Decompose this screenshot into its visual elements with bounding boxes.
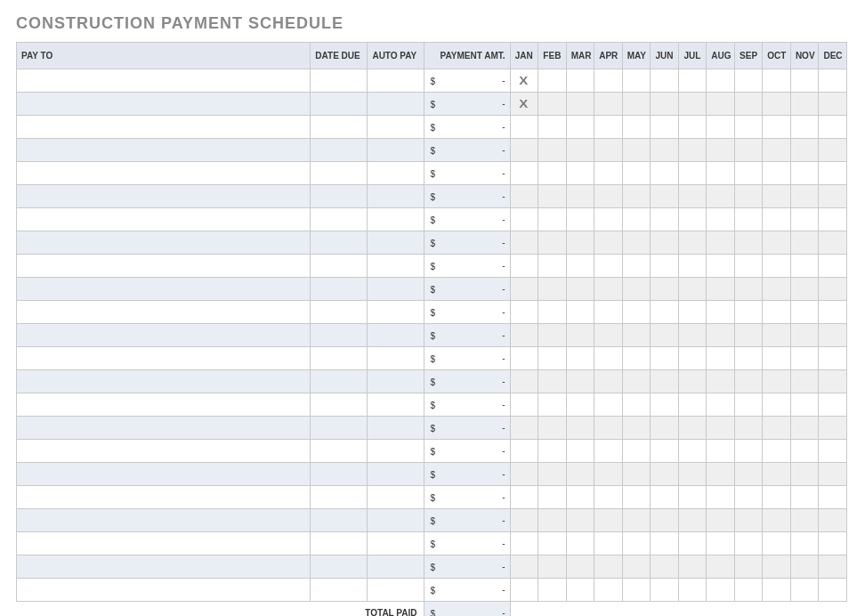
cell-month-jan[interactable]	[510, 139, 538, 162]
cell-month-oct[interactable]	[763, 208, 791, 231]
cell-date-due[interactable]	[311, 116, 368, 139]
cell-pay-to[interactable]	[17, 509, 311, 532]
cell-month-jul[interactable]	[678, 208, 707, 231]
cell-month-feb[interactable]	[538, 93, 567, 116]
cell-month-dec[interactable]	[819, 393, 847, 417]
cell-month-jun[interactable]	[651, 509, 679, 532]
cell-month-feb[interactable]	[538, 463, 567, 486]
cell-month-nov[interactable]	[790, 69, 819, 93]
cell-month-jun[interactable]	[651, 69, 679, 93]
cell-pay-to[interactable]	[17, 555, 311, 579]
cell-payment-amt[interactable]: $-	[424, 324, 510, 347]
cell-month-oct[interactable]	[763, 255, 791, 278]
cell-month-sep[interactable]	[734, 440, 763, 463]
cell-month-jun[interactable]	[651, 532, 679, 555]
cell-month-may[interactable]	[622, 69, 651, 93]
cell-month-jun[interactable]	[651, 393, 679, 417]
cell-month-feb[interactable]	[538, 278, 567, 301]
cell-month-sep[interactable]	[734, 579, 763, 602]
cell-month-mar[interactable]	[566, 93, 594, 116]
cell-auto-pay[interactable]	[368, 555, 424, 579]
cell-month-dec[interactable]	[819, 116, 847, 139]
cell-payment-amt[interactable]: $-	[424, 69, 510, 93]
cell-month-aug[interactable]	[707, 440, 735, 463]
cell-month-nov[interactable]	[790, 231, 819, 255]
cell-date-due[interactable]	[311, 532, 368, 555]
cell-month-jun[interactable]	[651, 255, 679, 278]
cell-month-nov[interactable]	[790, 509, 819, 532]
cell-pay-to[interactable]	[17, 393, 311, 417]
cell-month-mar[interactable]	[566, 486, 594, 509]
cell-month-sep[interactable]	[734, 370, 763, 393]
cell-month-aug[interactable]	[707, 255, 735, 278]
cell-month-jul[interactable]	[678, 301, 707, 324]
cell-month-jan[interactable]	[510, 486, 538, 509]
cell-auto-pay[interactable]	[368, 278, 424, 301]
cell-auto-pay[interactable]	[368, 69, 424, 93]
cell-pay-to[interactable]	[17, 486, 311, 509]
cell-month-sep[interactable]	[734, 417, 763, 440]
cell-month-jun[interactable]	[651, 231, 679, 255]
cell-date-due[interactable]	[311, 347, 368, 370]
cell-month-nov[interactable]	[790, 139, 819, 162]
cell-month-apr[interactable]	[594, 347, 623, 370]
cell-month-apr[interactable]	[594, 370, 623, 393]
cell-month-apr[interactable]	[594, 324, 623, 347]
cell-month-feb[interactable]	[538, 324, 567, 347]
cell-month-mar[interactable]	[566, 555, 594, 579]
cell-month-sep[interactable]	[734, 324, 763, 347]
cell-month-jul[interactable]	[678, 162, 707, 185]
cell-payment-amt[interactable]: $-	[424, 393, 510, 417]
cell-auto-pay[interactable]	[368, 93, 424, 116]
cell-month-dec[interactable]	[819, 463, 847, 486]
cell-month-aug[interactable]	[707, 532, 735, 555]
cell-month-mar[interactable]	[566, 532, 594, 555]
cell-month-apr[interactable]	[594, 93, 623, 116]
cell-payment-amt[interactable]: $-	[424, 93, 510, 116]
cell-month-jan[interactable]	[510, 278, 538, 301]
cell-month-may[interactable]	[622, 301, 651, 324]
cell-payment-amt[interactable]: $-	[424, 347, 510, 370]
cell-month-feb[interactable]	[538, 486, 567, 509]
cell-month-may[interactable]	[622, 509, 651, 532]
cell-month-apr[interactable]	[594, 301, 623, 324]
cell-month-apr[interactable]	[594, 555, 623, 579]
cell-month-dec[interactable]	[819, 509, 847, 532]
cell-payment-amt[interactable]: $-	[424, 301, 510, 324]
cell-month-jan[interactable]: X	[510, 69, 538, 93]
cell-month-jul[interactable]	[678, 324, 707, 347]
cell-month-mar[interactable]	[566, 139, 594, 162]
cell-date-due[interactable]	[311, 324, 368, 347]
cell-month-apr[interactable]	[594, 579, 623, 602]
cell-month-sep[interactable]	[734, 347, 763, 370]
cell-pay-to[interactable]	[17, 347, 311, 370]
cell-month-oct[interactable]	[763, 393, 791, 417]
cell-month-jan[interactable]	[510, 255, 538, 278]
cell-month-dec[interactable]	[819, 278, 847, 301]
cell-month-may[interactable]	[622, 278, 651, 301]
cell-auto-pay[interactable]	[368, 185, 424, 208]
cell-month-dec[interactable]	[819, 370, 847, 393]
cell-auto-pay[interactable]	[368, 116, 424, 139]
cell-month-dec[interactable]	[819, 93, 847, 116]
cell-month-dec[interactable]	[819, 255, 847, 278]
cell-month-sep[interactable]	[734, 393, 763, 417]
cell-month-oct[interactable]	[763, 347, 791, 370]
cell-date-due[interactable]	[311, 555, 368, 579]
cell-month-sep[interactable]	[734, 162, 763, 185]
cell-month-may[interactable]	[622, 347, 651, 370]
cell-month-jul[interactable]	[678, 509, 707, 532]
cell-month-dec[interactable]	[819, 185, 847, 208]
cell-month-jun[interactable]	[651, 370, 679, 393]
cell-month-jan[interactable]	[510, 208, 538, 231]
cell-month-feb[interactable]	[538, 162, 567, 185]
cell-month-nov[interactable]	[790, 463, 819, 486]
cell-month-nov[interactable]	[790, 301, 819, 324]
cell-month-jul[interactable]	[678, 278, 707, 301]
cell-month-aug[interactable]	[707, 162, 735, 185]
cell-month-jun[interactable]	[651, 463, 679, 486]
cell-month-jan[interactable]	[510, 162, 538, 185]
cell-pay-to[interactable]	[17, 440, 311, 463]
cell-month-may[interactable]	[622, 579, 651, 602]
cell-pay-to[interactable]	[17, 116, 311, 139]
